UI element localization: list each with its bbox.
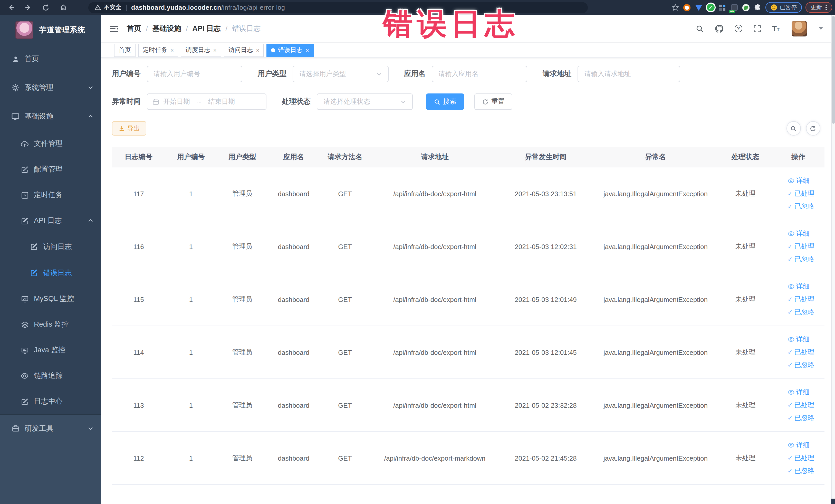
user-id-input[interactable]: 请输入用户编号 <box>147 66 242 82</box>
kebab-menu-icon[interactable] <box>826 5 827 11</box>
action-detail[interactable]: 详细 <box>788 440 810 450</box>
sidebar-item-home[interactable]: 首页 <box>0 45 101 74</box>
action-processed[interactable]: ✓已处理 <box>788 400 814 410</box>
close-icon[interactable]: × <box>306 47 309 53</box>
font-size-icon[interactable]: TT <box>772 25 779 32</box>
action-detail[interactable]: 详细 <box>788 228 810 239</box>
bookmark-star-icon[interactable] <box>671 3 679 12</box>
action-processed[interactable]: ✓已处理 <box>788 453 814 463</box>
hamburger-icon[interactable] <box>109 24 119 33</box>
column-header: 操作 <box>772 152 824 161</box>
fullscreen-icon[interactable] <box>753 24 761 33</box>
sidebar-item-config-management[interactable]: 配置管理 <box>0 157 101 182</box>
paused-extension-pill[interactable]: 已暂停 <box>766 2 802 13</box>
export-button[interactable]: 导出 <box>112 121 146 136</box>
action-ignored[interactable]: ✓已忽略 <box>788 466 814 476</box>
scrollbar-thumb[interactable] <box>832 16 835 124</box>
cell-time: 2021-05-03 12:01:49 <box>499 296 592 303</box>
action-ignored[interactable]: ✓已忽略 <box>788 254 814 264</box>
breadcrumb-infrastructure[interactable]: 基础设施 <box>152 24 181 33</box>
sidebar-item-scheduled-tasks[interactable]: 定时任务 <box>0 182 101 208</box>
search-icon[interactable] <box>696 24 704 33</box>
forward-icon[interactable] <box>22 2 35 13</box>
action-processed[interactable]: ✓已处理 <box>788 241 814 251</box>
action-detail[interactable]: 详细 <box>788 387 810 398</box>
exception-time-range-input[interactable]: 开始日期 ~ 结束日期 <box>147 94 266 110</box>
action-processed[interactable]: ✓已处理 <box>788 188 814 199</box>
help-icon[interactable]: ? <box>735 25 742 32</box>
user-id-label: 用户编号 <box>112 69 141 79</box>
sidebar-item-api-log[interactable]: API 日志 <box>0 208 101 234</box>
url-text[interactable]: dashboard.yudao.iocoder.cn/infra/log/api… <box>131 4 285 11</box>
chevron-up-icon <box>88 113 94 121</box>
sidebar-item-access-log[interactable]: 访问日志 <box>0 234 101 260</box>
close-icon[interactable]: × <box>170 47 174 53</box>
breadcrumb-api-log[interactable]: API 日志 <box>192 24 221 33</box>
extension-grid-icon[interactable] <box>718 3 727 12</box>
sidebar-item-redis-monitor[interactable]: Redis 监控 <box>0 312 101 337</box>
tab-首页[interactable]: 首页 <box>114 43 136 57</box>
url-bar[interactable]: 不安全 dashboard.yudao.iocoder.cn/infra/log… <box>88 2 588 13</box>
action-detail[interactable]: 详细 <box>788 176 810 186</box>
tab-访问日志[interactable]: 访问日志× <box>224 43 264 57</box>
security-warning[interactable]: 不安全 <box>95 4 121 11</box>
sidebar-item-error-log[interactable]: 错误日志 <box>0 260 101 286</box>
download-icon <box>119 125 125 132</box>
sidebar-item-dev-tools[interactable]: 研发工具 <box>0 415 101 442</box>
extension-green-check-icon[interactable]: ✓ <box>707 3 715 12</box>
action-ignored[interactable]: ✓已忽略 <box>788 201 814 211</box>
home-icon <box>11 55 20 63</box>
action-processed[interactable]: ✓已处理 <box>788 294 814 304</box>
action-ignored[interactable]: ✓已忽略 <box>788 413 814 423</box>
close-icon[interactable]: × <box>256 47 260 53</box>
request-url-input[interactable]: 请输入请求地址 <box>577 66 680 82</box>
github-icon[interactable] <box>715 24 724 33</box>
home-icon[interactable] <box>57 2 70 13</box>
back-icon[interactable] <box>4 2 18 13</box>
chevron-down-icon <box>88 424 94 432</box>
chevron-down-icon[interactable] <box>819 27 823 30</box>
tags-view: 首页定时任务×调度日志×访问日志×错误日志× <box>101 43 831 58</box>
tab-错误日志[interactable]: 错误日志× <box>267 43 314 57</box>
process-status-select[interactable]: 请选择处理状态 <box>317 94 413 110</box>
refresh-table-button[interactable] <box>806 121 820 136</box>
reload-icon[interactable] <box>39 2 53 13</box>
sidebar-item-infrastructure[interactable]: 基础设施 <box>0 102 101 131</box>
tab-定时任务[interactable]: 定时任务× <box>138 43 178 57</box>
toggle-search-button[interactable] <box>786 121 801 136</box>
action-processed[interactable]: ✓已处理 <box>788 347 814 357</box>
extension-orange-icon[interactable] <box>683 3 691 12</box>
cell-user-id: 1 <box>165 454 217 462</box>
action-ignored[interactable]: ✓已忽略 <box>788 360 814 370</box>
extensions-puzzle-icon[interactable] <box>754 3 762 12</box>
browser-scrollbar[interactable] <box>831 15 835 504</box>
action-detail[interactable]: 详细 <box>788 334 810 345</box>
calendar-icon <box>152 98 159 105</box>
sidebar-item-file-management[interactable]: 文件管理 <box>0 131 101 157</box>
table-toolbar: 导出 <box>112 121 820 136</box>
user-type-select[interactable]: 请选择用户类型 <box>292 66 389 82</box>
refresh-icon <box>810 125 816 132</box>
tab-调度日志[interactable]: 调度日志× <box>181 43 221 57</box>
extension-blue-shield-icon[interactable] <box>695 3 703 12</box>
sidebar-item-java-monitor[interactable]: Java 监控 <box>0 337 101 363</box>
breadcrumb-home[interactable]: 首页 <box>127 24 141 33</box>
sidebar-item-tracing[interactable]: 链路追踪 <box>0 363 101 389</box>
action-ignored[interactable]: ✓已忽略 <box>788 307 814 317</box>
browser-update-button[interactable]: 更新 <box>806 2 832 13</box>
app-name-input[interactable]: 请输入应用名 <box>432 66 527 82</box>
column-header: 处理状态 <box>719 152 772 161</box>
reset-button[interactable]: 重置 <box>474 94 512 110</box>
extension-leaf-icon[interactable] <box>742 3 750 12</box>
cell-user-type: 管理员 <box>217 453 268 463</box>
app-logo[interactable]: 芋道管理系统 <box>0 15 101 45</box>
close-icon[interactable]: × <box>213 47 217 53</box>
action-detail[interactable]: 详细 <box>788 281 810 292</box>
sidebar-item-log-center[interactable]: 日志中心 <box>0 389 101 415</box>
avatar[interactable] <box>791 21 807 36</box>
sidebar-item-mysql-monitor[interactable]: MySQL 监控 <box>0 286 101 312</box>
clock-icon <box>21 191 29 199</box>
search-button[interactable]: 搜索 <box>426 94 464 110</box>
sidebar-item-system[interactable]: 系统管理 <box>0 74 101 102</box>
extension-on-badge-icon[interactable]: on <box>730 3 738 12</box>
